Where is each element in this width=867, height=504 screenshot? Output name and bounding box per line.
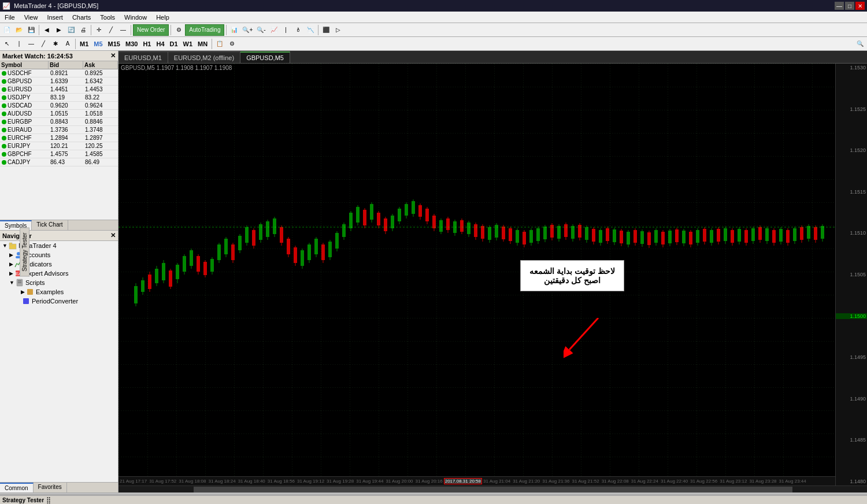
maximize-button[interactable]: □	[845, 2, 854, 10]
chart-tabs: EURUSD,M1 EURUSD,M2 (offline) GBPUSD,M5	[118, 51, 867, 64]
chart-scrollbar[interactable]	[118, 486, 867, 492]
chart-tab-gbpusd-m5[interactable]: GBPUSD,M5	[240, 51, 290, 63]
mw-symbol-eurgbp: EURGBP	[0, 118, 49, 125]
svg-rect-176	[689, 232, 692, 244]
period-mn[interactable]: MN	[195, 40, 210, 47]
autotrading-icon[interactable]: ⚙	[173, 24, 184, 36]
menu-view[interactable]: View	[20, 13, 43, 22]
chart-type-button[interactable]: 📈	[268, 24, 280, 36]
menu-help[interactable]: Help	[151, 13, 174, 22]
svg-rect-60	[287, 239, 290, 254]
line-button[interactable]: ╱	[105, 24, 117, 36]
print-button[interactable]: 🖨	[77, 24, 89, 36]
mw-symbol-eurjpy: EURJPY	[0, 142, 49, 150]
navigator-close-icon[interactable]: ✕	[110, 232, 116, 239]
hline-button[interactable]: —	[117, 24, 129, 36]
nav-indicators[interactable]: ▶ Indicators	[0, 260, 118, 269]
cursor-button[interactable]: ↖	[1, 38, 13, 50]
mw-row[interactable]: CADJPY 86.43 86.49	[0, 158, 118, 166]
search-button[interactable]: 🔍	[854, 38, 866, 50]
zoom-out-button[interactable]: 🔍-	[255, 24, 267, 36]
indicators-button[interactable]: 📊	[228, 24, 240, 36]
candle-button[interactable]: 🕯	[292, 24, 304, 36]
open-button[interactable]: 📂	[13, 24, 25, 36]
svg-rect-38	[210, 259, 214, 272]
period-m15[interactable]: M15	[106, 40, 123, 47]
mw-bid-usdjpy: 83.19	[49, 94, 83, 101]
menu-insert[interactable]: Insert	[42, 13, 68, 22]
period-w1[interactable]: W1	[181, 40, 195, 47]
nav-examples[interactable]: ▶ Examples	[0, 287, 118, 297]
text-button[interactable]: A	[62, 38, 73, 50]
mw-row[interactable]: USDCHF 0.8921 0.8925	[0, 69, 118, 77]
menu-window[interactable]: Window	[120, 13, 151, 22]
bar-button[interactable]: |	[280, 24, 292, 36]
mw-row[interactable]: EURUSD 1.4451 1.4453	[0, 86, 118, 94]
period-h1[interactable]: H1	[140, 40, 153, 47]
svg-rect-106	[446, 218, 450, 230]
period-m30[interactable]: M30	[123, 40, 140, 47]
menu-tools[interactable]: Tools	[95, 13, 120, 22]
trendline-button[interactable]: ╱	[38, 38, 49, 50]
scroll-thumb[interactable]	[194, 487, 792, 492]
svg-rect-128	[523, 232, 526, 244]
forward-button[interactable]: ▶	[53, 24, 65, 36]
mw-row[interactable]: USDJPY 83.19 83.22	[0, 94, 118, 102]
mw-row[interactable]: GBPCHF 1.4575 1.4585	[0, 150, 118, 158]
terminal-button[interactable]: ⬛	[320, 24, 332, 36]
strategy-tester-button[interactable]: ▷	[332, 24, 344, 36]
crosshair-button[interactable]: ✛	[93, 24, 105, 36]
svg-rect-66	[307, 244, 311, 260]
nav-expert-advisors[interactable]: ▶ EA Expert Advisors	[0, 269, 118, 278]
market-watch-close-icon[interactable]: ✕	[110, 52, 116, 60]
period-m5[interactable]: M5	[91, 40, 105, 47]
new-chart-button[interactable]: 📄	[1, 24, 13, 36]
hline2-button[interactable]: —	[25, 38, 37, 50]
chart-tab-eurusd-m2[interactable]: EURUSD,M2 (offline)	[168, 51, 240, 63]
mw-row[interactable]: EURCHF 1.2894 1.2897	[0, 134, 118, 142]
svg-rect-52	[259, 224, 262, 240]
mw-row[interactable]: EURGBP 0.8843 0.8846	[0, 118, 118, 126]
left-edge-tab[interactable]: Strategy Tester	[20, 227, 29, 276]
nav-metatrader4[interactable]: ▼ MetaTrader 4	[0, 241, 118, 250]
mw-tab-tick-chart[interactable]: Tick Chart	[32, 220, 68, 230]
nav-tab-favorites[interactable]: Favorites	[34, 483, 67, 492]
mw-row[interactable]: GBPUSD 1.6339 1.6342	[0, 77, 118, 86]
line-chart-button[interactable]: 📉	[305, 24, 316, 36]
mw-row[interactable]: USDCAD 0.9620 0.9624	[0, 102, 118, 110]
options-button[interactable]: ⚙	[226, 38, 238, 50]
svg-rect-204	[786, 230, 790, 243]
svg-rect-74	[335, 233, 339, 249]
period-d1[interactable]: D1	[168, 40, 180, 47]
period-m1[interactable]: M1	[77, 40, 91, 47]
mw-row[interactable]: EURJPY 120.21 120.25	[0, 142, 118, 150]
new-order-button[interactable]: New Order	[133, 24, 169, 36]
minimize-button[interactable]: —	[835, 2, 844, 10]
menu-file[interactable]: File	[0, 13, 20, 22]
period-h4[interactable]: H4	[154, 40, 166, 47]
svg-rect-198	[765, 228, 769, 241]
menu-charts[interactable]: Charts	[68, 13, 95, 22]
time-1: 21 Aug 17:17	[118, 479, 148, 484]
nav-period-converter[interactable]: PeriodConverter	[0, 297, 118, 306]
nav-accounts[interactable]: ▶ Accounts	[0, 250, 118, 260]
nav-tab-common[interactable]: Common	[0, 483, 34, 492]
close-button[interactable]: ✕	[855, 2, 865, 10]
mw-row[interactable]: AUDUSD 1.0515 1.0518	[0, 110, 118, 118]
template-button[interactable]: 📋	[214, 38, 225, 50]
autotrading-button[interactable]: AutoTrading	[185, 24, 224, 36]
mw-row[interactable]: EURAUD 1.3736 1.3748	[0, 126, 118, 134]
vline-button[interactable]: |	[13, 38, 25, 50]
save-button[interactable]: 💾	[25, 24, 37, 36]
chart-canvas[interactable]: GBPUSD,M5 1.1907 1.1908 1.1907 1.1908	[118, 64, 867, 486]
refresh-button[interactable]: 🔄	[65, 24, 77, 36]
nav-scripts[interactable]: ▼ Scripts	[0, 278, 118, 287]
svg-rect-154	[613, 229, 616, 242]
time-4: 31 Aug 18:24	[207, 479, 236, 484]
zoom-in-button[interactable]: 🔍+	[240, 24, 254, 36]
back-button[interactable]: ◀	[41, 24, 53, 36]
icon-button[interactable]: ✱	[50, 38, 61, 50]
annotation-box: لاحظ توقيت بداية الشمعه اصبح كل دقيقتين	[520, 260, 624, 291]
chart-tab-eurusd-m1[interactable]: EURUSD,M1	[118, 51, 168, 63]
svg-rect-192	[744, 230, 748, 243]
